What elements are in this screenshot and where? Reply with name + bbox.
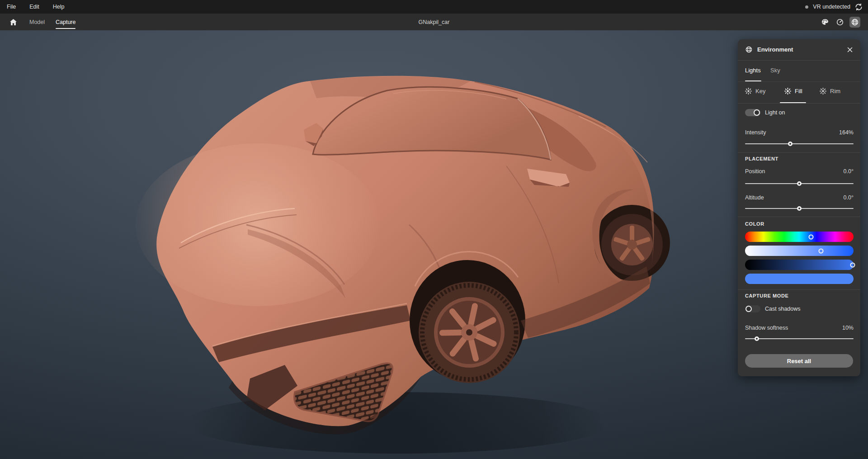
saturation-slider[interactable]	[745, 246, 854, 256]
globe-icon[interactable]	[849, 17, 860, 28]
panel-title: Environment	[757, 46, 793, 53]
altitude-label: Altitude	[745, 194, 764, 201]
color-swatch	[745, 274, 854, 284]
document-title: GNakpil_car	[0, 14, 868, 30]
refresh-icon[interactable]	[855, 3, 863, 11]
shadow-softness-label: Shadow softness	[745, 325, 788, 331]
environment-panel: Environment Lights Sky Key Fill	[738, 39, 860, 376]
menu-edit[interactable]: Edit	[23, 0, 46, 14]
tab-capture[interactable]: Capture	[56, 14, 75, 30]
tab-model[interactable]: Model	[29, 14, 45, 30]
light-on-toggle[interactable]	[745, 109, 760, 116]
light-tab-key[interactable]: Key	[745, 88, 765, 95]
toolbar: Model Capture GNakpil_car	[0, 14, 868, 30]
altitude-value: 0.0°	[844, 194, 854, 201]
close-icon[interactable]	[846, 46, 854, 54]
light-tabs: Key Fill Rim	[738, 81, 860, 103]
gauge-icon[interactable]	[835, 17, 845, 28]
cast-shadows-label: Cast shadows	[765, 306, 801, 312]
shadow-softness-slider[interactable]	[745, 335, 854, 342]
menu-bar: File Edit Help VR undetected	[0, 0, 868, 14]
menu-file[interactable]: File	[0, 0, 23, 14]
position-label: Position	[745, 168, 765, 175]
intensity-label: Intensity	[745, 129, 766, 136]
home-icon[interactable]	[8, 17, 18, 27]
light-tab-fill[interactable]: Fill	[784, 88, 802, 95]
capture-mode-heading: CAPTURE MODE	[745, 293, 788, 298]
altitude-slider[interactable]	[745, 205, 854, 212]
globe-icon	[745, 46, 753, 55]
position-value: 0.0°	[844, 168, 854, 175]
intensity-slider[interactable]	[745, 140, 854, 147]
position-slider[interactable]	[745, 180, 854, 187]
menu-help[interactable]: Help	[46, 0, 71, 14]
tab-lights[interactable]: Lights	[745, 67, 761, 74]
panel-tabs: Lights Sky	[738, 60, 860, 81]
intensity-value: 164%	[839, 129, 854, 136]
value-slider[interactable]	[745, 260, 854, 270]
cast-shadows-toggle[interactable]	[745, 305, 760, 312]
shadow-softness-value: 10%	[842, 325, 854, 331]
color-heading: COLOR	[745, 221, 764, 227]
vr-status-dot	[805, 5, 808, 9]
light-tab-rim[interactable]: Rim	[820, 88, 840, 95]
light-on-label: Light on	[765, 109, 785, 116]
reset-all-button[interactable]: Reset all	[745, 354, 853, 368]
panel-header: Environment	[738, 39, 860, 60]
palette-icon[interactable]	[820, 17, 830, 28]
tab-sky[interactable]: Sky	[770, 67, 780, 74]
hue-slider[interactable]	[745, 232, 854, 242]
vr-status-text: VR undetected	[813, 4, 850, 10]
placement-heading: PLACEMENT	[745, 156, 778, 161]
